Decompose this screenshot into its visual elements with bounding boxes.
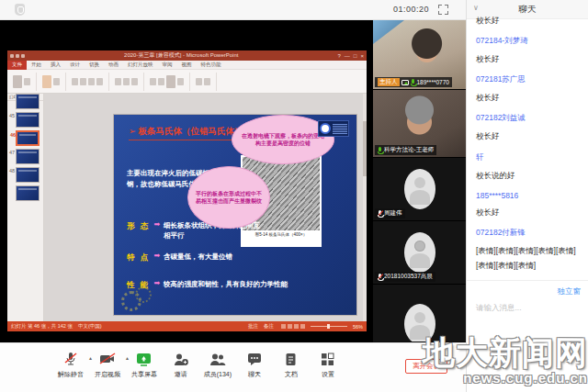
tab-transitions[interactable]: 切换 [85, 62, 104, 68]
settings-button[interactable]: 设置 [314, 351, 342, 379]
tab-slideshow[interactable]: 幻灯片放映 [123, 62, 158, 68]
video-participant-3[interactable]: 周建伟 [373, 158, 466, 221]
members-icon [209, 351, 226, 367]
meeting-timer: 01:00:20 [393, 5, 429, 14]
slide-thumbnail-46-selected[interactable]: 46 [16, 130, 40, 146]
slide-thumbnail-45[interactable]: 45 [16, 112, 40, 128]
clipboard-group-icon[interactable] [13, 73, 37, 91]
powerpoint-title-bar: 2020-第三章 [兼容模式] - Microsoft PowerPoint ?… [7, 50, 367, 61]
invite-button[interactable]: 邀请 [167, 351, 195, 379]
chevron-down-icon[interactable]: ∨ [473, 4, 479, 12]
help-button[interactable]: ? [338, 53, 341, 59]
invite-person-icon [174, 351, 188, 367]
participant-name-bar: 周建伟 [375, 208, 405, 218]
chat-message: 185****5816 校长好 [476, 191, 582, 219]
camera-options-caret-icon[interactable]: ▲ [125, 355, 130, 361]
message-text: 校长好 [476, 205, 582, 219]
quick-access-toolbar[interactable] [10, 54, 25, 58]
chat-message: 072182刘益诚 校长好 [476, 113, 582, 143]
mic-on-icon [378, 147, 382, 154]
participant-name-bar: 20181003537高晨 [375, 272, 435, 282]
tab-insert[interactable]: 插入 [46, 62, 65, 68]
popout-chat-link[interactable]: 独立窗 [558, 286, 582, 297]
button-label: 解除静音 [58, 370, 84, 379]
thumb-number: 48 [9, 168, 15, 174]
slide-thumbnail-48[interactable]: 48 [16, 167, 40, 183]
editing-group-icon[interactable] [196, 73, 217, 91]
mic-muted-icon [378, 210, 382, 218]
message-text: 校长说的好 [476, 168, 582, 183]
thumbnail-scrollbar[interactable] [363, 94, 367, 321]
arrow-icon: ➡ [153, 221, 160, 229]
meeting-toolbar: 解除静音 ▲ 开启视频 ▲ 共享屏幕 邀请 [0, 342, 466, 392]
chat-message: 校长好 [476, 13, 582, 28]
tab-features[interactable]: 特色功能 [197, 62, 226, 68]
chat-button[interactable]: 聊天 [241, 351, 268, 379]
message-sender: 072181苏广思 [476, 74, 582, 85]
message-text: 校长好 [476, 129, 582, 143]
comments-button[interactable]: 批注 [248, 323, 258, 330]
maximize-button[interactable]: □ [354, 53, 357, 59]
docs-button[interactable]: 文档 [277, 351, 305, 379]
message-sender: 轩 [476, 152, 582, 163]
button-label: 共享屏幕 [131, 370, 157, 379]
tab-design[interactable]: 设计 [65, 62, 85, 68]
participant-name: 20181003537高晨 [384, 273, 433, 281]
button-label: 成员(134) [204, 370, 232, 379]
leave-meeting-button[interactable]: 离开会议 [405, 359, 447, 374]
members-button[interactable]: 成员(134) [204, 351, 232, 379]
host-name-bar: 主持人 189****0770 [375, 77, 452, 87]
view-buttons[interactable] [279, 324, 305, 330]
video-host[interactable]: 主持人 189****0770 [373, 20, 466, 90]
tab-review[interactable]: 审阅 [158, 62, 177, 68]
mic-muted-icon [378, 274, 382, 281]
message-text: 校长好 [476, 90, 582, 105]
slides-group-icon[interactable] [42, 73, 66, 91]
tab-view[interactable]: 视图 [177, 62, 197, 68]
font-group-icon[interactable] [72, 73, 109, 91]
slide-thumbnail-44-partial[interactable] [16, 94, 40, 109]
gear-decoration [121, 291, 141, 311]
button-label: 邀请 [175, 370, 187, 379]
drawing-group-icon[interactable] [150, 73, 190, 91]
language-indicator[interactable]: 中文(中国) [78, 323, 102, 330]
slide-row-features: 特 点 ➡ 含碳量低，有大量位错 [127, 252, 232, 263]
notes-button[interactable]: 备注 [264, 323, 274, 330]
window-controls: ? — □ × [338, 53, 364, 59]
mic-options-caret-icon[interactable]: ▲ [88, 355, 93, 361]
paragraph-group-icon[interactable] [115, 73, 144, 91]
message-sender: 072184-刘梦琦 [476, 36, 582, 47]
powerpoint-status-bar: 幻灯片 第 46 张，共 142 张 中文(中国) 批注 备注 56% [7, 321, 367, 331]
chat-bubble-icon [247, 351, 262, 367]
video-participant-4[interactable]: 20181003537高晨 [373, 221, 466, 285]
meeting-top-bar: 01:00:20 [0, 0, 466, 20]
chat-input[interactable]: 请输入消息... [476, 303, 522, 314]
screenshare-icon [401, 80, 409, 85]
slide-thumbnail-panel[interactable]: 幻灯片 大纲 45 46 47 48 [7, 94, 44, 321]
zoom-level[interactable]: 56% [353, 324, 363, 330]
tab-animations[interactable]: 动画 [104, 62, 123, 68]
tab-home[interactable]: 开始 [27, 62, 46, 68]
share-screen-button[interactable]: 共享屏幕 [130, 351, 158, 379]
unmute-button[interactable]: 解除静音 ▲ [57, 351, 85, 379]
close-button[interactable]: × [360, 53, 364, 59]
avatar [404, 304, 435, 342]
button-label: 设置 [322, 370, 334, 379]
slide-counter: 幻灯片 第 46 张，共 142 张 [11, 323, 73, 330]
zoom-slider[interactable] [311, 326, 347, 327]
video-teacher[interactable]: 科学方法论-王老师 [373, 90, 466, 158]
share-screen-icon [136, 351, 152, 367]
chat-message-list[interactable]: 校长好 072184-刘梦琦 校长好 072181苏广思 校长好 072182刘… [476, 13, 582, 281]
slide-thumbnail-49-partial[interactable] [16, 185, 40, 201]
avatar [404, 169, 435, 209]
start-video-button[interactable]: 开启视频 ▲ [94, 351, 121, 379]
slide-thumbnail-47[interactable]: 47 [16, 149, 40, 164]
security-shield-icon[interactable] [15, 4, 25, 16]
video-participant-5-partial[interactable] [373, 285, 466, 342]
tab-file[interactable]: 文件 [7, 61, 27, 70]
ribbon-toolbar[interactable] [7, 70, 367, 94]
fullscreen-icon[interactable] [438, 5, 448, 15]
avatar [404, 232, 435, 273]
document-icon [285, 351, 297, 367]
minimize-button[interactable]: — [345, 53, 350, 59]
